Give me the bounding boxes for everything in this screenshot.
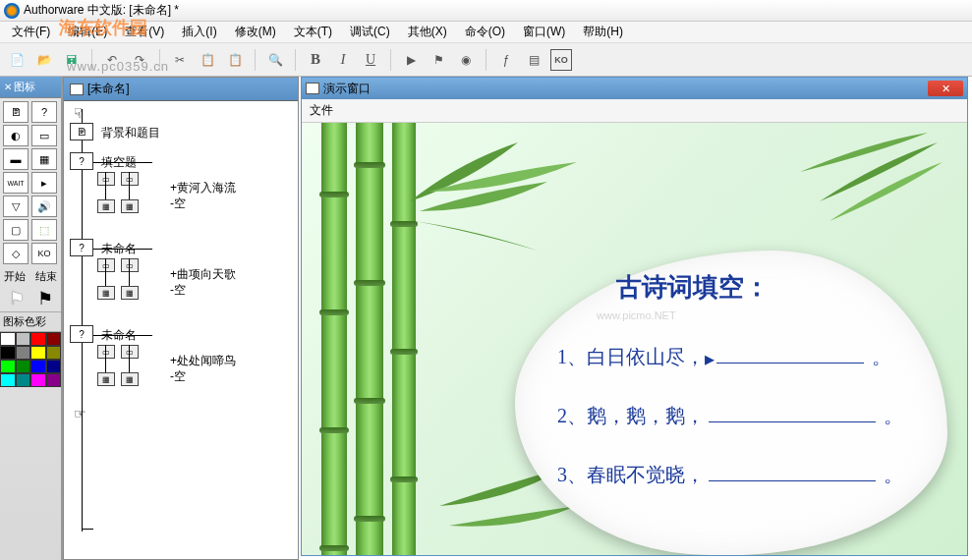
knowledge-icon[interactable]: KO	[31, 243, 57, 264]
wait-icon[interactable]: ▭	[31, 125, 57, 146]
color-lime[interactable]	[0, 360, 16, 373]
menu-insert[interactable]: 插入(I)	[174, 22, 224, 42]
italic-button[interactable]: I	[332, 49, 354, 71]
text-cursor-icon[interactable]: ▸	[705, 347, 713, 363]
node4-sub1[interactable]: +处处闻啼鸟	[170, 353, 236, 369]
node3-sub1[interactable]: +曲项向天歌	[170, 266, 236, 283]
decision-icon[interactable]: WAIT	[3, 172, 29, 194]
color-white[interactable]	[0, 332, 16, 346]
response-icon[interactable]: ▭	[97, 345, 115, 359]
cut-button[interactable]: ✂	[169, 49, 191, 71]
paste-button[interactable]: 📋	[224, 49, 246, 71]
hand-icon-2[interactable]: ☞	[74, 406, 86, 421]
menu-command[interactable]: 命令(O)	[457, 22, 513, 42]
color-black[interactable]	[0, 346, 16, 360]
color-yellow[interactable]	[30, 346, 46, 360]
node3-sub2[interactable]: -空	[170, 282, 186, 299]
redo-button[interactable]: ↷	[129, 49, 150, 71]
response-icon[interactable]: ▭	[121, 258, 139, 272]
control-button[interactable]: ◉	[455, 49, 477, 71]
erase-icon[interactable]: ◐	[3, 125, 29, 146]
color-silver[interactable]	[16, 332, 31, 346]
color-olive[interactable]	[46, 346, 62, 360]
flag-button[interactable]: ⚑	[428, 49, 449, 71]
interaction-node-4[interactable]: ?	[70, 325, 93, 343]
bold-button[interactable]: B	[305, 49, 326, 71]
framework-icon[interactable]: ▦	[31, 148, 57, 170]
color-gray[interactable]	[16, 346, 31, 360]
menu-window[interactable]: 窗口(W)	[515, 22, 573, 42]
underline-button[interactable]: U	[360, 49, 381, 71]
color-purple[interactable]	[46, 373, 62, 387]
blank-input-1[interactable]	[716, 344, 864, 364]
palette-header: ✕ 图标	[0, 77, 61, 98]
menu-debug[interactable]: 调试(C)	[342, 22, 398, 42]
flow-header[interactable]: [未命名]	[64, 78, 298, 101]
menu-text[interactable]: 文本(T)	[286, 22, 340, 42]
new-button[interactable]: 📄	[6, 49, 28, 71]
sub-icon[interactable]: ▦	[97, 372, 115, 386]
func-button[interactable]: ƒ	[495, 49, 517, 71]
blank-input-2[interactable]	[709, 403, 876, 422]
interaction-icon[interactable]: ▸	[31, 172, 57, 194]
interaction-node-3[interactable]: ?	[70, 239, 93, 256]
color-green[interactable]	[16, 360, 31, 373]
node2-sub2[interactable]: -空	[170, 196, 186, 212]
var-button[interactable]: ▤	[523, 49, 544, 71]
color-blue[interactable]	[30, 360, 46, 373]
node2-sub1[interactable]: +黄河入海流	[170, 180, 236, 196]
response-icon[interactable]: ▭	[97, 172, 115, 186]
hand-icon[interactable]: ☟	[74, 105, 83, 121]
sub-icon[interactable]: ▦	[121, 372, 139, 386]
color-aqua[interactable]	[0, 373, 16, 387]
map-icon[interactable]: 🔊	[31, 196, 57, 217]
response-icon[interactable]: ▭	[97, 258, 115, 272]
blank-input-3[interactable]	[709, 462, 876, 481]
node4-sub2[interactable]: -空	[170, 368, 186, 385]
interaction-node-2[interactable]: ?	[70, 152, 93, 170]
sub-icon[interactable]: ▦	[121, 286, 139, 300]
calc-icon[interactable]: ▽	[3, 196, 29, 217]
close-button[interactable]: ✕	[928, 81, 963, 96]
save-button[interactable]: 🖬	[61, 49, 83, 71]
display-icon[interactable]: 🖹	[3, 101, 29, 123]
response-icon[interactable]: ▭	[121, 345, 139, 359]
sub-icon[interactable]: ▦	[97, 286, 115, 300]
flow-content[interactable]: ☟ 🖹 背景和题目 ? 填空题 ▭ ▭ ▦ ▦ +黄河入海流 -空 ? 未命名 …	[64, 101, 298, 559]
node1-label[interactable]: 背景和题目	[101, 125, 160, 141]
menu-view[interactable]: 查看(V)	[117, 22, 172, 42]
find-button[interactable]: 🔍	[264, 49, 286, 71]
movie-icon[interactable]: ▢	[3, 219, 29, 241]
present-menu-file[interactable]: 文件	[310, 103, 333, 117]
present-titlebar[interactable]: 演示窗口 ✕	[302, 78, 967, 99]
copy-button[interactable]: 📋	[197, 49, 218, 71]
menu-help[interactable]: 帮助(H)	[575, 22, 631, 42]
color-navy[interactable]	[46, 360, 62, 373]
menu-edit[interactable]: 编辑(E)	[60, 22, 115, 42]
run-button[interactable]: ▶	[400, 49, 422, 71]
menu-file[interactable]: 文件(F)	[4, 22, 58, 42]
navigate-icon[interactable]: ▬	[3, 148, 29, 170]
palette-close-icon[interactable]: ✕	[4, 82, 12, 92]
present-canvas[interactable]: www.picmo.NET 古诗词填空： 1、 白日依山尽， ▸ 。 2、 鹅，…	[302, 123, 967, 555]
video-icon[interactable]: ◇	[3, 243, 29, 264]
color-red[interactable]	[30, 332, 46, 346]
app-icon	[4, 3, 20, 19]
menu-other[interactable]: 其他(X)	[400, 22, 455, 42]
display-node-1[interactable]: 🖹	[70, 123, 93, 140]
sound-icon[interactable]: ⬚	[31, 219, 57, 241]
motion-icon[interactable]: ?	[31, 101, 57, 123]
end-flag-icon[interactable]: ⚑	[37, 288, 53, 309]
open-button[interactable]: 📂	[33, 49, 55, 71]
menu-modify[interactable]: 修改(M)	[227, 22, 284, 42]
sub-icon[interactable]: ▦	[97, 199, 115, 213]
color-maroon[interactable]	[46, 332, 62, 346]
ko-button[interactable]: KO	[550, 49, 572, 71]
response-icon[interactable]: ▭	[121, 172, 139, 186]
palette-title: 图标	[14, 80, 35, 94]
color-teal[interactable]	[16, 373, 31, 387]
undo-button[interactable]: ↶	[101, 49, 123, 71]
start-flag-icon[interactable]: ⚑	[9, 288, 25, 309]
sub-icon[interactable]: ▦	[121, 199, 139, 213]
color-fuchsia[interactable]	[30, 373, 46, 387]
